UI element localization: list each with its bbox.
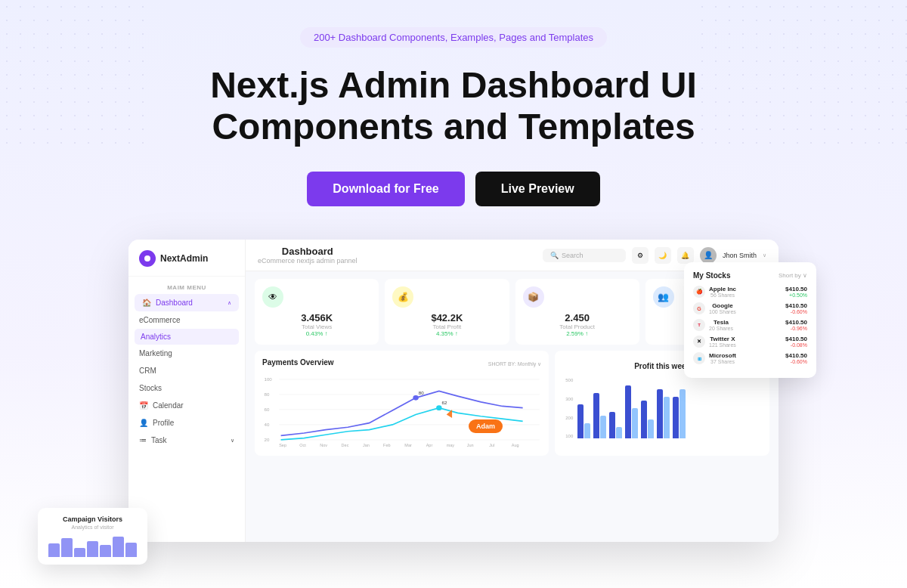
campaign-title: Campaign Visitors [48,515,137,523]
sidebar-item-task[interactable]: ≔ Task ∨ [128,432,245,449]
logo-text: NextAdmin [160,253,208,264]
y-label: 200 [565,416,573,420]
stock-shares: 121 Shares [709,342,736,348]
stat-card-profit: 💰 $42.2K Total Profit 4.35% ↑ [385,279,509,345]
list-item: G Google 100 Shares $410.50 -0.60% [693,302,807,314]
profile-icon: 👤 [139,419,148,427]
stock-info: Tesla 20 Shares [709,319,733,331]
bar-group [641,401,654,438]
search-placeholder: Search [562,252,584,259]
sidebar-item-label: Task [151,436,167,444]
stock-left: 🍎 Apple Inc 56 Shares [693,286,736,298]
theme-icon-btn[interactable]: 🌙 [655,247,671,264]
stat-icon-product: 📦 [523,286,544,308]
svg-text:Mar: Mar [404,443,412,447]
stat-label-product: Total Product [523,323,632,330]
svg-text:40: 40 [264,423,270,428]
sidebar-item-calendar[interactable]: 📅 Calendar [128,397,245,414]
svg-text:60: 60 [264,408,270,413]
logo-icon [139,250,156,267]
sidebar-item-ecommerce[interactable]: eCommerce [128,311,245,329]
mini-bar [61,538,73,558]
payments-chart-area: 100 80 60 40 20 [262,373,541,448]
chart-header: Payments Overview SHORT BY: Monthly ∨ [262,358,541,370]
stock-change: -0.60% [785,309,807,314]
stat-label-profit: Total Profit [392,323,501,330]
page-title: Dashboard [258,246,358,257]
stock-info: Google 100 Shares [709,302,736,314]
menu-label: MAIM MENU [128,277,245,294]
bar-group [673,389,686,438]
stock-price: $410.50 [785,352,807,359]
sidebar-item-analytics[interactable]: Analytics [135,329,239,345]
bar-dark [641,401,647,438]
sidebar-item-dashboard[interactable]: 🏠 Dashboard ∧ [135,294,239,311]
y-label: 300 [565,397,573,401]
stock-shares: 56 Shares [709,292,736,298]
tesla-logo: T [693,319,705,331]
preview-button[interactable]: Live Preview [475,172,600,206]
stocks-card: My Stocks Short by ∨ 🍎 Apple Inc 56 Shar… [684,262,816,378]
stat-change-profit: 4.35% ↑ [392,330,501,337]
svg-text:Dec: Dec [342,443,349,447]
stock-shares: 37 Shares [709,359,736,364]
svg-text:80: 80 [264,393,270,398]
user-menu-chevron[interactable]: ∨ [763,252,766,258]
bar-dark [593,393,599,438]
mini-bar [100,545,111,558]
stocks-header: My Stocks Short by ∨ [693,271,807,280]
bar-light [679,389,686,438]
microsoft-logo: ⊞ [693,352,705,364]
stock-name: Apple Inc [709,286,736,292]
stock-name: Microsoft [709,352,736,359]
stock-left: ⊞ Microsoft 37 Shares [693,352,736,364]
sidebar: NextAdmin MAIM MENU 🏠 Dashboard ∧ eComme… [128,240,246,542]
stock-left: G Google 100 Shares [693,302,736,314]
bar-group [625,385,638,438]
svg-text:Nov: Nov [320,443,327,447]
sidebar-item-profile[interactable]: 👤 Profile [128,414,245,432]
page-wrapper: 200+ Dashboard Components, Examples, Pag… [0,0,907,588]
sidebar-item-label: Marketing [139,349,172,357]
svg-text:Oct: Oct [299,443,306,447]
sidebar-item-crm[interactable]: CRM [128,362,245,379]
search-box[interactable]: 🔍 Search [543,249,626,262]
stock-info: Apple Inc 56 Shares [709,286,736,298]
user-name: Jhon Smith [723,252,757,259]
stock-info: Microsoft 37 Shares [709,352,736,364]
mini-bar-chart [48,534,137,557]
svg-text:Jan: Jan [363,443,370,447]
mini-bar [48,543,60,557]
sidebar-item-label: Calendar [153,401,184,410]
bar-light [584,423,590,438]
list-item: T Tesla 20 Shares $410.50 -0.96% [693,319,807,331]
bar-dark [673,397,679,438]
bell-icon-btn[interactable]: 🔔 [677,247,694,264]
sidebar-item-stocks[interactable]: Stocks [128,379,245,397]
home-icon: 🏠 [142,299,151,307]
stock-change: -0.08% [785,342,807,348]
payment-chart-svg: 100 80 60 40 20 [262,373,541,448]
svg-text:20: 20 [264,438,270,443]
campaign-card: Campaign Visitors Analytics of visitor [38,508,147,565]
settings-icon-btn[interactable]: ⚙ [632,247,649,264]
chart-title-payments: Payments Overview [262,358,334,367]
topbar-right: 🔍 Search ⚙ 🌙 🔔 👤 Jhon Smith ∨ [543,247,766,264]
sidebar-item-marketing[interactable]: Marketing [128,345,245,362]
sidebar-item-label: Profile [153,419,174,427]
apple-logo: 🍎 [693,286,705,298]
list-item: ⊞ Microsoft 37 Shares $410.50 -0.60% [693,352,807,364]
hero-title: Next.js Admin Dashboard UI Components an… [189,64,718,147]
hero-badge: 200+ Dashboard Components, Examples, Pag… [300,27,607,48]
svg-text:Apr: Apr [426,443,433,447]
search-icon: 🔍 [550,252,559,259]
stock-price: $410.50 [785,319,807,326]
svg-text:Feb: Feb [383,443,391,447]
stat-change-views: 0.43% ↑ [262,330,371,337]
stock-right: $410.50 -0.96% [785,319,807,331]
download-button[interactable]: Download for Free [307,172,464,206]
dashboard-window: NextAdmin MAIM MENU 🏠 Dashboard ∧ eComme… [128,240,779,542]
hero-section: 200+ Dashboard Components, Examples, Pag… [0,0,907,565]
bar-group [577,404,590,438]
y-label: 100 [565,434,573,438]
